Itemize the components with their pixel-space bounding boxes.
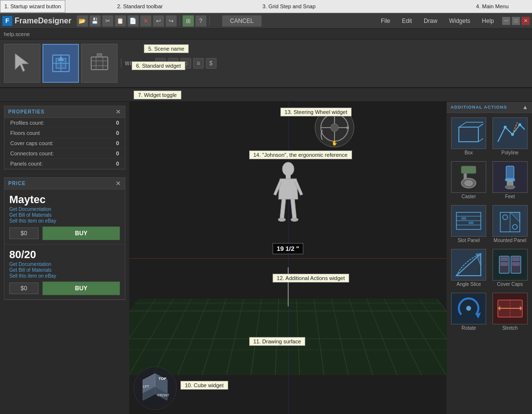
properties-title: PROPERTIES — [8, 109, 44, 114]
angle-slice-thumb — [451, 249, 486, 281]
properties-close-button[interactable]: ✕ — [116, 108, 121, 115]
action-cover-caps[interactable]: Cover Caps — [490, 246, 531, 289]
redo-button[interactable]: ↪ — [165, 15, 177, 27]
nav-cube-widget[interactable]: TOP FRONT LFT — [133, 366, 177, 410]
maytec-documentation-link[interactable]: Get Documentation — [9, 207, 120, 212]
svg-rect-38 — [461, 166, 476, 173]
action-box[interactable]: Box — [449, 115, 489, 158]
frame-widget[interactable] — [81, 44, 118, 83]
save-button[interactable]: 💾 — [89, 15, 101, 27]
svg-marker-0 — [15, 54, 29, 72]
maximize-button[interactable]: □ — [512, 17, 520, 25]
scene-name-bar: help.scene — [0, 29, 532, 39]
svg-point-56 — [512, 225, 517, 229]
cut-button[interactable]: ✂ — [102, 15, 114, 27]
draw-menu[interactable]: Draw — [421, 17, 440, 25]
action-angle-slice[interactable]: Angle Slice — [449, 246, 489, 289]
svg-point-55 — [503, 215, 508, 220]
annotation-standard-toolbar: 2. Standard toolbar — [113, 0, 167, 13]
polyline-label: Polyline — [501, 150, 518, 155]
open-file-button[interactable]: 📂 — [77, 15, 88, 27]
maytec-buy-button[interactable]: BUY — [42, 226, 120, 240]
cover-caps-label: Cover Caps — [497, 282, 523, 287]
mounted-panel-thumb — [493, 205, 528, 237]
profiles-label: Profiles count: — [10, 120, 44, 126]
action-slot-panel[interactable]: Slot Panel — [449, 203, 489, 245]
cancel-button[interactable]: CANCEL — [222, 15, 262, 27]
callout-drawing-surface: 11. Drawing surface — [249, 337, 306, 346]
actions-collapse-button[interactable]: ▲ — [522, 104, 528, 111]
minimize-button[interactable]: ─ — [502, 17, 511, 25]
undo-button[interactable]: ↩ — [153, 15, 164, 27]
cover-caps-value: 0 — [116, 140, 119, 146]
action-caster[interactable]: Caster — [449, 159, 489, 202]
prop-row-floors: Floors count 0 — [4, 128, 125, 138]
menu-bar: File Edit Draw Widgets Help — [378, 17, 497, 25]
svg-point-12 — [291, 218, 298, 222]
app-logo: F FrameDesigner — [2, 16, 72, 26]
profiles-value: 0 — [116, 120, 119, 126]
svg-point-9 — [282, 162, 294, 176]
grid-button[interactable]: ⊞ — [182, 15, 194, 27]
svg-rect-62 — [500, 262, 508, 266]
8020-bill-link[interactable]: Get Bill of Materials — [9, 267, 120, 273]
file-menu[interactable]: File — [378, 17, 393, 25]
callout-additional-actions: 12. Additional Actions widget — [273, 274, 349, 282]
8020-documentation-link[interactable]: Get Documentation — [9, 262, 120, 267]
toggle-price[interactable]: $ — [206, 58, 217, 69]
svg-point-15 — [331, 124, 338, 132]
maytec-price-amount[interactable]: $0 — [9, 227, 39, 239]
svg-rect-43 — [505, 178, 515, 181]
svg-rect-51 — [469, 222, 473, 224]
annotation-main-menu: 4. Main Menu — [472, 0, 512, 13]
svg-line-33 — [478, 137, 483, 142]
settings-button[interactable]: ? — [195, 15, 207, 27]
action-polyline[interactable]: Polyline — [490, 115, 531, 158]
action-mounted-panel[interactable]: Mounted Panel — [490, 203, 531, 245]
caster-label: Caster — [462, 194, 476, 199]
toggle-list[interactable]: ≡ — [193, 58, 204, 69]
stretch-label: Stretch — [502, 325, 518, 331]
8020-buy-button[interactable]: BUY — [42, 282, 120, 295]
angle-slice-label: Angle Slice — [456, 282, 481, 287]
connectors-label: Connectors count: — [10, 151, 54, 156]
8020-ebay-link[interactable]: Sell this item on eBay — [9, 273, 120, 279]
dimension-label: 19 1/2 " — [273, 243, 304, 254]
actions-grid: Box Polyline — [447, 113, 532, 335]
action-rotate[interactable]: Rotate — [449, 290, 489, 333]
help-menu[interactable]: Help — [479, 17, 497, 25]
feet-thumb — [493, 161, 528, 193]
widget-toggle-row: 7. Widget toggle — [0, 88, 532, 102]
svg-rect-4 — [91, 57, 108, 70]
8020-price-amount[interactable]: $0 — [9, 282, 39, 294]
close-button[interactable]: ✕ — [521, 17, 530, 25]
panels-label: Panels count: — [10, 161, 43, 167]
annotation-startup-wizard: 1. Startup wizard button — [0, 0, 65, 13]
callout-standard-widget: 6. Standard widget — [132, 61, 185, 70]
cursor-widget[interactable] — [4, 44, 40, 83]
widgets-menu[interactable]: Widgets — [446, 17, 473, 25]
maytec-bill-link[interactable]: Get Bill of Materials — [9, 212, 120, 218]
box-label: Box — [465, 150, 473, 155]
floors-value: 0 — [116, 130, 119, 136]
price-close-button[interactable]: ✕ — [116, 180, 121, 187]
action-feet[interactable]: Feet — [490, 159, 531, 202]
edit-menu[interactable]: Edit — [399, 17, 415, 25]
delete-button[interactable]: ✕ — [140, 15, 152, 27]
standard-widget[interactable] — [42, 44, 79, 83]
copy-button[interactable]: 📋 — [115, 15, 126, 27]
cover-caps-label: Cover caps count: — [10, 140, 54, 146]
widget-strip: WIDGETS + ⊙ □ ≡ $ 5. Scene name 6. Stand… — [0, 39, 532, 88]
properties-header: PROPERTIES ✕ — [4, 106, 125, 118]
svg-point-36 — [511, 133, 514, 136]
price-widget: PRICE ✕ Maytec Get Documentation Get Bil… — [4, 177, 125, 300]
callout-johnson: 14. "Johnson", the ergonomic reference — [249, 151, 352, 159]
paste-button[interactable]: 📄 — [127, 15, 139, 27]
price-section-maytec: Maytec Get Documentation Get Bill of Mat… — [4, 189, 125, 245]
maytec-ebay-link[interactable]: Sell this item on eBay — [9, 218, 120, 224]
svg-text:FRONT: FRONT — [158, 394, 170, 397]
action-stretch[interactable]: Stretch — [490, 290, 531, 333]
johnson-figure — [271, 160, 305, 229]
prop-row-profiles: Profiles count: 0 — [4, 118, 125, 128]
cover-caps-thumb — [493, 249, 528, 281]
